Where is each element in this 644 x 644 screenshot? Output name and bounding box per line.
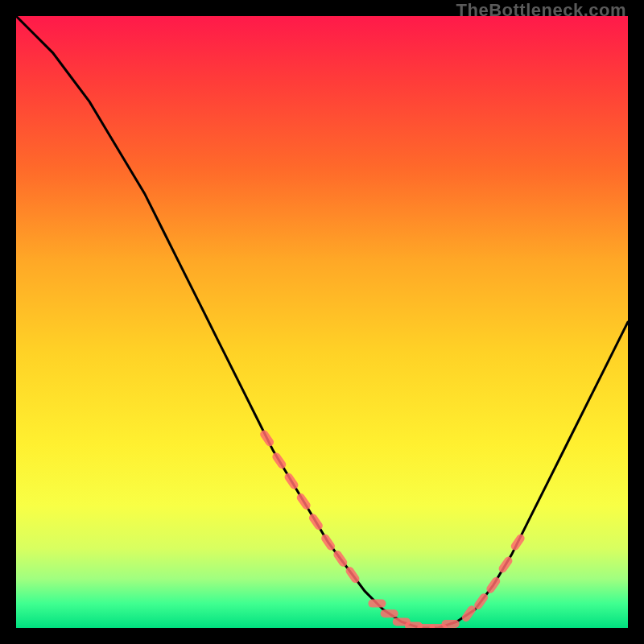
chart-frame: TheBottleneck.com [0, 0, 644, 644]
plot-area [16, 16, 628, 628]
marker-pill [381, 609, 398, 617]
marker-pill [258, 429, 275, 448]
marker-pill [368, 600, 386, 608]
marker-pill [283, 472, 300, 491]
marker-pill [442, 620, 460, 628]
marker-pill [295, 492, 312, 511]
marker-pill [510, 533, 526, 552]
marker-cluster-bottom [368, 600, 459, 628]
marker-pill [308, 512, 324, 531]
marker-cluster-right [460, 533, 526, 623]
marker-pill [270, 451, 287, 470]
marker-pill [497, 555, 514, 575]
chart-svg [16, 16, 628, 628]
